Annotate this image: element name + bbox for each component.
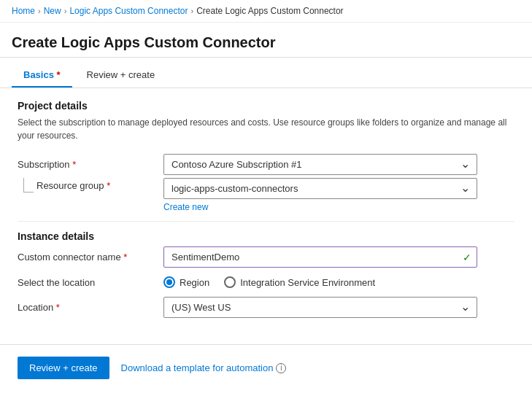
breadcrumb-sep-2: › bbox=[64, 7, 67, 15]
subscription-control: Contoso Azure Subscription #1 bbox=[163, 154, 477, 175]
check-icon: ✓ bbox=[463, 252, 471, 263]
tab-review-create[interactable]: Review + create bbox=[75, 63, 167, 88]
resource-group-label-wrap: Resource group * bbox=[18, 178, 163, 193]
location-type-control: Region Integration Service Environment bbox=[163, 276, 477, 288]
connector-name-label: Custom connector name * bbox=[18, 252, 163, 263]
section-divider-1 bbox=[18, 221, 514, 222]
breadcrumb-sep-1: › bbox=[38, 7, 41, 15]
page-title: Create Logic Apps Custom Connector bbox=[0, 23, 532, 58]
connector-name-input[interactable] bbox=[163, 246, 477, 268]
breadcrumb-connector[interactable]: Logic Apps Custom Connector bbox=[69, 6, 188, 16]
resource-group-dropdown[interactable]: logic-apps-custom-connectors bbox=[163, 178, 477, 199]
location-row: Location * (US) West US bbox=[18, 297, 514, 318]
project-details-header: Project details bbox=[18, 100, 514, 112]
location-type-label: Select the location bbox=[18, 277, 163, 288]
info-icon: i bbox=[276, 363, 286, 373]
breadcrumb-new[interactable]: New bbox=[44, 6, 61, 16]
instance-details-header: Instance details bbox=[18, 230, 514, 242]
location-control: (US) West US bbox=[163, 297, 477, 318]
review-create-button[interactable]: Review + create bbox=[18, 357, 109, 379]
create-new-link[interactable]: Create new bbox=[163, 202, 208, 212]
location-dropdown-wrap: (US) West US bbox=[163, 297, 477, 318]
location-dropdown[interactable]: (US) West US bbox=[163, 297, 477, 318]
location-radio-group: Region Integration Service Environment bbox=[163, 276, 477, 288]
resource-group-dropdown-wrap: logic-apps-custom-connectors bbox=[163, 178, 477, 199]
tab-bar: Basics * Review + create bbox=[0, 63, 532, 88]
radio-region[interactable]: Region bbox=[163, 276, 209, 288]
connector-name-input-wrap: ✓ bbox=[163, 246, 477, 268]
main-content: Project details Select the subscription … bbox=[0, 88, 532, 338]
footer: Review + create Download a template for … bbox=[0, 344, 532, 391]
breadcrumb: Home › New › Logic Apps Custom Connector… bbox=[0, 0, 532, 23]
location-type-row: Select the location Region Integration S… bbox=[18, 276, 514, 288]
indent-line bbox=[23, 178, 34, 193]
resource-group-label: Resource group * bbox=[36, 180, 110, 191]
radio-ise[interactable]: Integration Service Environment bbox=[224, 276, 375, 288]
resource-group-row: Resource group * logic-apps-custom-conne… bbox=[18, 178, 514, 212]
download-template-link[interactable]: Download a template for automation i bbox=[121, 362, 287, 373]
radio-ise-circle bbox=[224, 276, 236, 288]
location-label: Location * bbox=[18, 302, 163, 313]
subscription-label: Subscription * bbox=[18, 159, 163, 170]
subscription-dropdown-wrap: Contoso Azure Subscription #1 bbox=[163, 154, 477, 175]
breadcrumb-current: Create Logic Apps Custom Connector bbox=[196, 6, 343, 16]
subscription-row: Subscription * Contoso Azure Subscriptio… bbox=[18, 154, 514, 175]
connector-name-control: ✓ bbox=[163, 246, 477, 268]
breadcrumb-sep-3: › bbox=[190, 7, 193, 15]
project-details-description: Select the subscription to manage deploy… bbox=[18, 116, 514, 142]
resource-group-control: logic-apps-custom-connectors Create new bbox=[163, 178, 477, 212]
subscription-dropdown[interactable]: Contoso Azure Subscription #1 bbox=[163, 154, 477, 175]
radio-region-circle bbox=[163, 276, 175, 288]
tab-basics[interactable]: Basics * bbox=[12, 63, 72, 88]
connector-name-row: Custom connector name * ✓ bbox=[18, 246, 514, 268]
breadcrumb-home[interactable]: Home bbox=[12, 6, 35, 16]
